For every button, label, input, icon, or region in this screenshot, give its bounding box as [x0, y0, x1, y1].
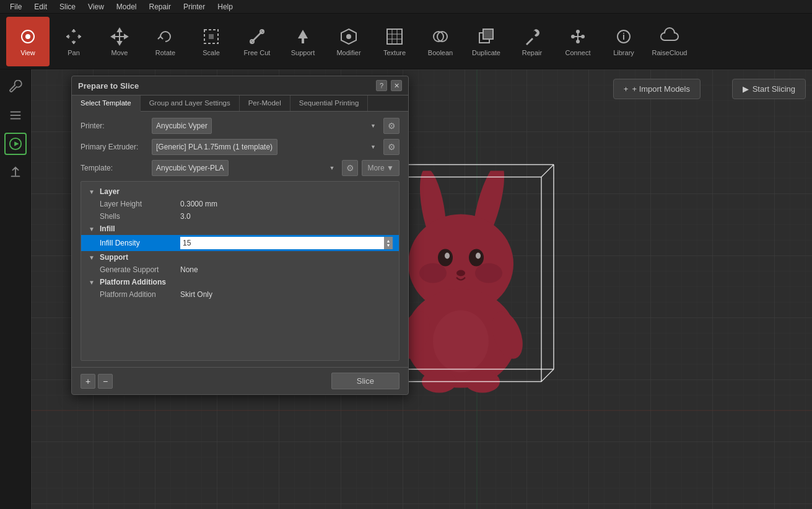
tool-duplicate[interactable]: Duplicate	[465, 17, 508, 66]
menu-printer[interactable]: Printer	[178, 1, 210, 12]
printer-label: Printer:	[81, 122, 152, 130]
tool-support[interactable]: Support	[281, 17, 325, 66]
svg-point-19	[581, 35, 585, 38]
start-slicing-button[interactable]: ▶ Start Slicing	[732, 79, 806, 99]
tab-group-layer[interactable]: Group and Layer Settings	[141, 95, 240, 111]
play-icon: ▶	[743, 84, 749, 94]
settings-tree: ▼ Layer Layer Height 0.3000 mm Shells 3.…	[81, 181, 399, 361]
platform-addition-key: Platform Addition	[100, 290, 180, 299]
svg-point-20	[576, 30, 580, 33]
layer-height-row[interactable]: Layer Height 0.3000 mm	[81, 198, 399, 210]
tool-rotate[interactable]: Rotate	[144, 17, 187, 66]
sidebar-btn-list[interactable]	[4, 104, 27, 126]
tool-scale[interactable]: Scale	[190, 17, 233, 66]
repair-icon	[522, 27, 542, 46]
infill-density-key: Infill Density	[100, 239, 180, 247]
main-area: + + Import Models ▶ Start Slicing Prepar…	[0, 69, 812, 509]
left-sidebar	[0, 69, 31, 509]
dialog-title-text: Prepare to Slice	[78, 81, 139, 91]
svg-point-8	[346, 34, 351, 39]
template-gear-button[interactable]: ⚙	[342, 160, 358, 176]
template-select-wrapper: Anycubic Vyper-PLA	[152, 160, 338, 176]
tool-texture[interactable]: Texture	[373, 17, 416, 66]
tool-view[interactable]: View	[6, 17, 50, 66]
printer-gear-button[interactable]: ⚙	[383, 118, 399, 134]
svg-point-18	[571, 35, 575, 38]
layer-section-header[interactable]: ▼ Layer	[81, 185, 399, 198]
template-select[interactable]: Anycubic Vyper-PLA	[152, 160, 229, 176]
texture-icon	[385, 27, 404, 46]
footer-icon-buttons: + −	[81, 374, 113, 389]
shells-key: Shells	[100, 212, 180, 221]
import-models-button[interactable]: + + Import Models	[613, 79, 701, 99]
support-icon	[293, 27, 313, 46]
template-row: Template: Anycubic Vyper-PLA ⚙ More ▼	[81, 160, 399, 176]
svg-text:i: i	[622, 32, 625, 42]
toolbar: View Pan Move Rotate Scale Free Cut Su	[0, 14, 812, 69]
printer-row: Printer: Anycubic Vyper ⚙	[81, 118, 399, 134]
slice-dialog-button[interactable]: Slice	[331, 373, 399, 389]
pan-icon	[64, 27, 84, 46]
plus-icon: +	[624, 84, 629, 94]
primary-extruder-label: Primary Extruder:	[81, 143, 152, 151]
tool-boolean[interactable]: Boolean	[419, 17, 462, 66]
dialog-content: Printer: Anycubic Vyper ⚙ Primary Extrud…	[72, 112, 408, 367]
footer-remove-button[interactable]: −	[98, 374, 113, 389]
primary-extruder-row: Primary Extruder: [Generic] PLA 1.75mm (…	[81, 139, 399, 155]
layer-collapse-icon: ▼	[87, 187, 96, 196]
menu-file[interactable]: File	[5, 1, 27, 12]
dialog-help-button[interactable]: ?	[376, 80, 387, 91]
layer-height-key: Layer Height	[100, 200, 180, 208]
infill-density-input[interactable]	[180, 237, 384, 249]
tool-connect[interactable]: Connect	[556, 17, 600, 66]
dialog-titlebar: Prepare to Slice ? ✕	[72, 76, 408, 95]
extruder-gear-button[interactable]: ⚙	[383, 139, 399, 155]
tool-move[interactable]: Move	[98, 17, 141, 66]
svg-rect-17	[483, 29, 493, 39]
freecut-icon	[247, 27, 267, 46]
printer-select[interactable]: Anycubic Vyper	[152, 118, 212, 134]
template-control-wrap: Anycubic Vyper-PLA ⚙ More ▼	[152, 160, 399, 176]
tool-freecut[interactable]: Free Cut	[235, 17, 279, 66]
generate-support-row[interactable]: Generate Support None	[81, 263, 399, 276]
template-more-button[interactable]: More ▼	[362, 160, 399, 176]
platform-addition-value: Skirt Only	[180, 290, 393, 299]
support-section-header[interactable]: ▼ Support	[81, 251, 399, 263]
tool-raisecloud[interactable]: RaiseCloud	[648, 17, 691, 66]
tool-modifier[interactable]: Modifier	[327, 17, 370, 66]
menu-model[interactable]: Model	[111, 1, 142, 12]
menu-edit[interactable]: Edit	[29, 1, 52, 12]
platform-addition-row[interactable]: Platform Addition Skirt Only	[81, 288, 399, 301]
menu-repair[interactable]: Repair	[144, 1, 176, 12]
support-collapse-icon: ▼	[87, 253, 96, 262]
menu-view[interactable]: View	[83, 1, 109, 12]
infill-density-spinner[interactable]: ▲ ▼	[384, 237, 393, 249]
dialog-footer: + − Slice	[72, 367, 408, 394]
tab-per-model[interactable]: Per-Model	[240, 95, 290, 111]
sidebar-btn-upload[interactable]	[4, 161, 27, 184]
menu-slice[interactable]: Slice	[55, 1, 81, 12]
sidebar-btn-wrench[interactable]	[4, 76, 27, 98]
sidebar-btn-play[interactable]	[4, 133, 27, 155]
rotate-icon	[155, 27, 175, 46]
printer-select-wrapper: Anycubic Vyper	[152, 118, 380, 134]
platform-section-header[interactable]: ▼ Platform Additions	[81, 276, 399, 288]
view-icon	[18, 27, 38, 46]
tab-select-template[interactable]: Select Template	[72, 95, 141, 112]
menu-bar: File Edit Slice View Model Repair Printe…	[0, 0, 812, 14]
tab-sequential[interactable]: Sequential Printing	[290, 95, 369, 111]
primary-extruder-select[interactable]: [Generic] PLA 1.75mm (1 template)	[152, 139, 277, 155]
svg-line-43	[541, 369, 554, 381]
dialog-close-button[interactable]: ✕	[391, 80, 402, 91]
tool-pan[interactable]: Pan	[52, 17, 95, 66]
shells-row[interactable]: Shells 3.0	[81, 210, 399, 223]
generate-support-key: Generate Support	[100, 265, 180, 274]
connect-icon	[568, 27, 588, 46]
tool-library[interactable]: i Library	[602, 17, 645, 66]
platform-collapse-icon: ▼	[87, 278, 96, 286]
infill-section-header[interactable]: ▼ Infill	[81, 223, 399, 235]
menu-help[interactable]: Help	[212, 1, 238, 12]
tool-repair[interactable]: Repair	[510, 17, 554, 66]
infill-density-row[interactable]: Infill Density ▲ ▼	[81, 235, 399, 251]
footer-add-button[interactable]: +	[81, 374, 95, 389]
